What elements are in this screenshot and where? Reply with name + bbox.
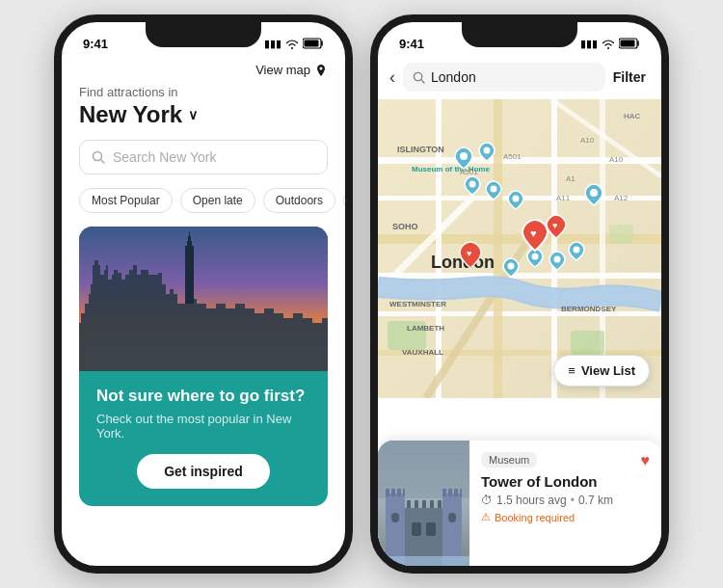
svg-rect-61	[397, 489, 401, 496]
city-title: New York ∨	[79, 101, 328, 128]
phone2-content: ‹ London Filter	[378, 57, 661, 566]
phone2-topbar: ‹ London Filter	[378, 57, 661, 99]
back-button[interactable]: ‹	[389, 67, 395, 88]
card-time: 1.5 hours avg	[496, 494, 567, 507]
cta-card: Not sure where to go first? Check out th…	[79, 371, 328, 506]
search-bar[interactable]: Search New York	[79, 140, 328, 174]
phone1-content: View map Find attractions in New York ∨ …	[62, 57, 345, 566]
svg-rect-58	[442, 494, 462, 566]
search-text: London	[431, 69, 476, 85]
svg-point-48	[554, 256, 561, 263]
cta-title: Not sure where to go first?	[96, 387, 310, 406]
skyline-svg	[79, 227, 328, 371]
svg-rect-69	[422, 500, 426, 508]
phone-1: 9:41 ▮▮▮ View map	[54, 14, 353, 574]
card-meta: ⏱ 1.5 hours avg • 0.7 km	[481, 494, 650, 507]
chip-open-late[interactable]: Open late	[180, 188, 255, 213]
card-distance: 0.7 km	[578, 494, 613, 507]
svg-point-47	[532, 254, 539, 260]
dot-separator: •	[571, 494, 575, 507]
svg-rect-57	[386, 494, 405, 566]
search-icon-2	[413, 71, 425, 84]
get-inspired-button[interactable]: Get inspired	[137, 454, 270, 489]
card-thumbnail	[378, 441, 469, 566]
svg-rect-60	[391, 489, 395, 496]
signal-icon-2: ▮▮▮	[580, 38, 598, 50]
svg-rect-71	[438, 500, 442, 508]
clock-icon: ⏱	[481, 494, 493, 507]
svg-rect-59	[386, 489, 389, 496]
map-area[interactable]: ISLINGTON Museum of the Home SOHO London…	[378, 99, 661, 398]
chevron-down-icon[interactable]: ∨	[188, 107, 198, 122]
svg-rect-66	[460, 489, 462, 496]
chip-outdoors[interactable]: Outdoors	[263, 188, 335, 213]
phone-2: 9:41 ▮▮▮ ‹	[370, 14, 669, 574]
card-top-row: Museum ♥	[481, 452, 650, 469]
svg-point-43	[469, 181, 476, 188]
svg-text:A501: A501	[460, 168, 478, 176]
svg-rect-6	[621, 40, 635, 47]
svg-text:A10: A10	[580, 136, 595, 145]
view-map-button[interactable]: View map	[255, 63, 328, 77]
svg-rect-17	[551, 99, 557, 398]
booking-required-badge: ⚠ Booking required	[481, 511, 650, 523]
view-list-button[interactable]: ≡ View List	[553, 355, 650, 387]
attraction-card[interactable]: Museum ♥ Tower of London ⏱ 1.5 hours avg…	[378, 441, 661, 566]
svg-point-2	[320, 67, 323, 69]
battery-icon-1	[303, 38, 324, 49]
search-input[interactable]: Search New York	[113, 149, 216, 165]
svg-text:A10: A10	[609, 155, 624, 164]
svg-rect-72	[391, 513, 399, 522]
status-icons-2: ▮▮▮	[580, 38, 640, 50]
find-label: Find attractions in	[79, 85, 328, 99]
svg-rect-64	[448, 489, 452, 496]
svg-text:HAC: HAC	[624, 112, 641, 120]
svg-text:VAUXHALL: VAUXHALL	[402, 348, 443, 357]
svg-rect-76	[378, 556, 469, 566]
svg-text:♥: ♥	[467, 249, 471, 258]
svg-rect-67	[407, 500, 411, 508]
svg-rect-23	[571, 331, 604, 355]
svg-text:WESTMINSTER: WESTMINSTER	[389, 300, 446, 308]
svg-point-49	[508, 263, 515, 270]
favorite-icon[interactable]: ♥	[641, 452, 651, 469]
svg-text:Museum of the Home: Museum of the Home	[412, 165, 490, 174]
svg-rect-1	[305, 40, 319, 47]
hero-image	[79, 227, 328, 371]
svg-text:BERMONDSEY: BERMONDSEY	[561, 305, 617, 313]
svg-rect-62	[403, 489, 405, 496]
chip-food[interactable]: Food	[343, 188, 345, 213]
status-icons-1: ▮▮▮	[264, 38, 324, 50]
city-skyline-image	[79, 227, 328, 371]
battery-icon-2	[619, 38, 640, 49]
svg-text:SOHO: SOHO	[392, 222, 418, 231]
svg-point-45	[513, 196, 520, 202]
time-2: 9:41	[399, 37, 424, 51]
svg-point-42	[484, 147, 491, 154]
status-bar-2: 9:41 ▮▮▮	[378, 22, 661, 57]
svg-point-50	[574, 247, 580, 254]
svg-rect-68	[415, 500, 418, 508]
time-1: 9:41	[83, 37, 108, 51]
scene: 9:41 ▮▮▮ View map	[0, 0, 723, 588]
map-pin-icon	[314, 64, 328, 77]
london-map-svg: ISLINGTON Museum of the Home SOHO London…	[378, 99, 661, 398]
svg-text:LAMBETH: LAMBETH	[407, 324, 444, 333]
svg-rect-70	[430, 500, 434, 508]
svg-rect-24	[609, 225, 633, 244]
svg-text:♥: ♥	[530, 227, 537, 239]
svg-rect-16	[494, 99, 502, 398]
svg-text:ISLINGTON: ISLINGTON	[397, 145, 444, 154]
svg-rect-65	[454, 489, 458, 496]
search-input-bar[interactable]: London	[403, 63, 605, 92]
status-bar-1: 9:41 ▮▮▮	[62, 22, 345, 57]
chip-most-popular[interactable]: Most Popular	[79, 188, 173, 213]
svg-text:A11: A11	[556, 194, 571, 202]
wifi-icon-1	[285, 39, 299, 49]
warning-icon: ⚠	[481, 511, 491, 523]
tower-of-london-image	[378, 441, 469, 566]
filter-button[interactable]: Filter	[613, 69, 646, 85]
svg-rect-73	[448, 513, 456, 522]
booking-text: Booking required	[495, 512, 575, 523]
svg-rect-74	[412, 522, 421, 536]
